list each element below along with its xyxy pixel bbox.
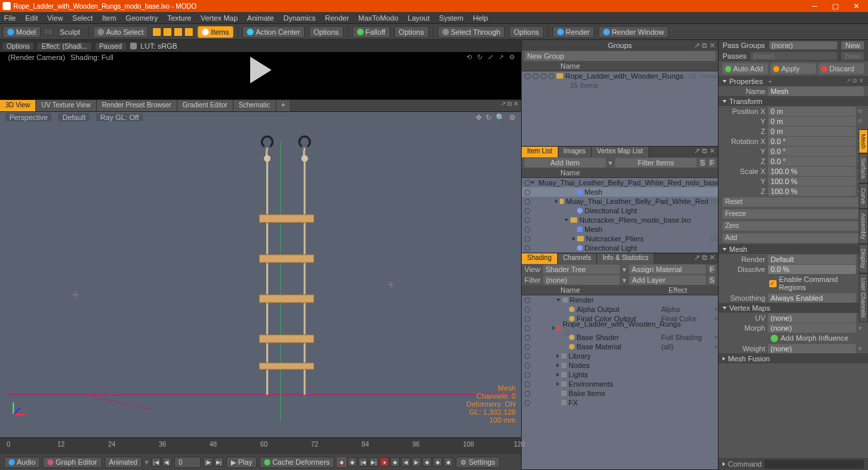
freeze-dropdown[interactable]: Freeze — [723, 209, 864, 219]
model-button[interactable]: Model — [3, 26, 41, 38]
menu-help[interactable]: Help — [473, 14, 488, 22]
preview-ctrl-icon[interactable]: ⟲ — [466, 53, 474, 61]
menu-texture[interactable]: Texture — [167, 14, 191, 22]
item-row[interactable]: Directional Light — [522, 206, 718, 215]
zero-dropdown[interactable]: Zero — [723, 221, 864, 231]
menu-layout[interactable]: Layout — [408, 14, 430, 22]
mode-icons[interactable] — [152, 27, 193, 37]
renderwindow-button[interactable]: Render Window — [598, 26, 669, 38]
menu-item[interactable]: Item — [102, 14, 116, 22]
smoothing-dropdown[interactable]: Always Enabled — [768, 293, 856, 303]
sidetab-display[interactable]: Display — [859, 244, 868, 273]
item-row[interactable]: Nutcracker_Pliers_modo_base.lxo — [522, 215, 718, 225]
addmorph-button[interactable]: Add Morph Influence — [781, 334, 849, 342]
sculpt-button[interactable]: Sculpt — [55, 26, 84, 38]
sidetab-userchannels[interactable]: User Channels — [859, 273, 868, 323]
autoselect-button[interactable]: Auto Select — [93, 26, 148, 38]
minimize-button[interactable]: ─ — [805, 2, 824, 10]
filteritems-field[interactable]: Filter Items — [615, 158, 697, 167]
autoadd-button[interactable]: Auto Add — [723, 63, 768, 74]
shadingtab-2[interactable]: Info & Statistics — [597, 253, 655, 264]
morph-dropdown[interactable]: (none) — [768, 323, 856, 333]
maximize-icon[interactable]: ↗ — [500, 100, 506, 111]
shading-row[interactable]: Base Material(all)▾ — [522, 342, 718, 351]
menu-file[interactable]: File — [4, 14, 16, 22]
audio-button[interactable]: Audio — [4, 457, 40, 468]
shading-row[interactable]: Lights — [522, 370, 718, 379]
sidetab-curve[interactable]: Curve — [859, 183, 868, 209]
shading-row[interactable]: Environments — [522, 379, 718, 389]
selthrough-button[interactable]: Select Through — [438, 26, 505, 38]
settings-button[interactable]: ⚙ Settings — [456, 457, 500, 468]
preview-shading[interactable]: Shading: Full — [71, 53, 113, 61]
close-icon[interactable]: ✕ — [709, 41, 715, 50]
key-controls[interactable]: ◆◆|◀▶| ●◆◀▶ ◆◆◆ — [337, 457, 453, 467]
menu-select[interactable]: Select — [72, 14, 93, 22]
item-row[interactable]: Muay_Thai_Leather_Belly_Pad_White_Red(2) — [522, 197, 718, 206]
item-row[interactable]: Mesh — [522, 187, 718, 197]
posz-field[interactable]: 0 m — [768, 127, 856, 136]
items-button[interactable]: Items — [197, 26, 234, 38]
viewtab-4[interactable]: Schematic — [234, 100, 276, 111]
menu-vertexmap[interactable]: Vertex Map — [201, 14, 238, 22]
shading-s[interactable]: S — [709, 276, 715, 284]
preview-ctrl-icon[interactable]: ↗ — [498, 53, 506, 61]
itemtab-0[interactable]: Item List — [522, 147, 558, 157]
menu-geometry[interactable]: Geometry — [125, 14, 157, 22]
rotz-field[interactable]: 0.0 ° — [768, 157, 856, 166]
shading-row[interactable]: Render — [522, 295, 718, 305]
transport-controls-2[interactable]: |▶▶| — [203, 457, 224, 467]
command-input[interactable] — [765, 460, 864, 469]
sidetab-surface[interactable]: Surface — [859, 153, 868, 183]
shading-row[interactable]: Library — [522, 351, 718, 361]
menu-maxtomodo[interactable]: MaxToModo — [358, 14, 398, 22]
maximize-button[interactable]: ▢ — [826, 2, 845, 11]
shadingtab-1[interactable]: Channels — [558, 253, 597, 264]
mesh-header[interactable]: Mesh — [719, 244, 868, 254]
viewtab-2[interactable]: Render Preset Browser — [97, 100, 177, 111]
passgroups-dropdown[interactable]: (none) — [769, 41, 837, 49]
preview-lut[interactable]: LUT: sRGB — [141, 42, 177, 50]
discard-button[interactable]: Discard — [819, 63, 864, 74]
name-field[interactable]: Mesh — [768, 87, 864, 96]
item-row[interactable]: Directional Light — [522, 243, 718, 253]
preview-rendercam[interactable]: (Render Camera) — [8, 53, 65, 61]
shadertree-dropdown[interactable]: Shader Tree — [543, 265, 620, 274]
preview-ctrl-icon[interactable]: ↻ — [477, 53, 485, 61]
expand-icon[interactable]: ↗ — [694, 41, 700, 50]
preview-options[interactable]: Options — [3, 43, 33, 50]
menu-dynamics[interactable]: Dynamics — [284, 14, 316, 22]
sidetab-assembly[interactable]: Assembly — [859, 209, 868, 244]
viewport-3d[interactable]: Perspective Default Ray GL: Off ✥ ↻ 🔍 ⚙ — [0, 112, 521, 437]
transport-controls[interactable]: |◀◀| — [151, 457, 171, 467]
shading-row[interactable]: Rope_Ladder_with_Wooden_Rungs (2 ...) — [522, 323, 718, 333]
posx-field[interactable]: 0 m — [768, 107, 856, 116]
shading-row[interactable]: FX — [522, 398, 718, 407]
add-dropdown[interactable]: Add — [723, 233, 864, 243]
shading-f[interactable]: F — [709, 265, 715, 273]
uv-dropdown[interactable]: (none) — [768, 313, 856, 323]
preview-ctrl-icon[interactable]: ⤢ — [488, 53, 496, 61]
dissolve-field[interactable]: 0.0 % — [768, 265, 856, 274]
viewtab-3[interactable]: Gradient Editor — [177, 100, 234, 111]
new-passgroup-button[interactable]: New — [841, 41, 864, 49]
shading-row[interactable]: Base ShaderFull Shading▾ — [522, 333, 718, 342]
vertexmaps-header[interactable]: Vertex Maps — [719, 303, 868, 313]
cache-button[interactable]: Cache Deformers — [260, 457, 334, 468]
options1-button[interactable]: Options — [309, 26, 344, 38]
addlayer-button[interactable]: Add Layer — [629, 275, 706, 285]
itemtab-1[interactable]: Images — [558, 147, 592, 157]
close-view-icon[interactable]: ✕ — [513, 100, 518, 111]
itemtab-2[interactable]: Vertex Map List — [592, 147, 649, 157]
actioncenter-button[interactable]: Action Center — [242, 26, 305, 38]
animated-dropdown[interactable]: Animated — [105, 457, 142, 468]
item-row[interactable]: Mesh — [522, 225, 718, 234]
close-button[interactable]: ✕ — [847, 2, 865, 11]
preview-ctrl-icon[interactable]: ⚙ — [509, 53, 517, 61]
filter-f[interactable]: F — [709, 159, 715, 167]
additem-button[interactable]: Add Item — [524, 158, 606, 167]
shading-row[interactable]: Nodes — [522, 361, 718, 370]
roty-field[interactable]: 0.0 ° — [768, 147, 856, 156]
options3-button[interactable]: Options — [509, 26, 544, 38]
sidetab-mesh[interactable]: Mesh — [859, 129, 868, 153]
